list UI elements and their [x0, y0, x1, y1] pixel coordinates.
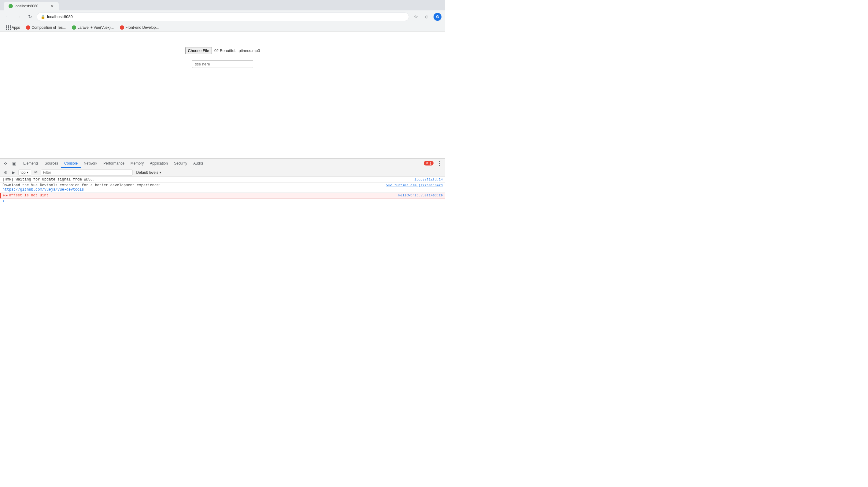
- console-line-error: ⊗ ▶ offset is not uint HelloWorld.vue?14…: [0, 193, 445, 199]
- reload-button[interactable]: ↻: [26, 12, 34, 21]
- devtools-inspect-icon[interactable]: ⊹: [2, 160, 9, 167]
- tab-close-icon[interactable]: ✕: [51, 4, 54, 8]
- devtools-panel: ⊹ ▣ Elements Sources Console Network Per…: [0, 158, 445, 243]
- log-level-arrow: ▼: [159, 171, 162, 174]
- console-line-hmr: [HMR] Waiting for update signal from WDS…: [0, 177, 445, 183]
- lock-icon: 🔒: [41, 15, 45, 19]
- devtools-tab-console[interactable]: Console: [61, 159, 81, 168]
- bookmark-star-button[interactable]: ☆: [411, 12, 420, 21]
- console-clear-button[interactable]: ⊘: [2, 170, 8, 176]
- forward-button[interactable]: →: [15, 12, 23, 21]
- bookmark-frontend[interactable]: Front-end Develop...: [117, 25, 161, 30]
- tab-favicon: [8, 4, 13, 8]
- bookmark-label-1: Composition of Tes...: [31, 25, 66, 30]
- profile-avatar[interactable]: G: [434, 13, 441, 21]
- choose-file-button[interactable]: Choose File: [185, 47, 212, 54]
- devtools-tabs-bar: ⊹ ▣ Elements Sources Console Network Per…: [0, 158, 445, 168]
- error-count: 1: [430, 161, 431, 165]
- title-input-row: [192, 60, 253, 68]
- console-msg-error: offset is not uint: [9, 193, 398, 197]
- apps-grid-icon: [6, 25, 10, 30]
- page-content: Choose File 02 Beautiful...ptiness.mp3: [0, 32, 445, 158]
- bookmark-label-3: Front-end Develop...: [125, 25, 159, 30]
- error-icon: ⊗: [3, 193, 5, 197]
- eye-toggle-button[interactable]: 👁: [33, 170, 39, 176]
- console-source-vue[interactable]: vue.runtime.esm.js?2b0e:8423: [386, 184, 443, 187]
- tab-title: localhost:8080: [15, 4, 38, 8]
- apps-label: Apps: [11, 25, 20, 30]
- devtools-tab-network[interactable]: Network: [81, 159, 100, 168]
- bookmark-favicon-2: [72, 25, 76, 30]
- devtools-tab-sources[interactable]: Sources: [41, 159, 61, 168]
- bookmark-favicon-1: [26, 25, 30, 30]
- address-bar: ← → ↻ 🔒 localhost:8080 ☆ ⊙ G: [0, 10, 445, 23]
- devtools-more-button[interactable]: ⋮: [436, 160, 443, 167]
- vue-devtools-link[interactable]: https://github.com/vuejs/vue-devtools: [2, 187, 84, 192]
- error-x-icon: ✕: [426, 161, 429, 165]
- title-input[interactable]: [192, 60, 253, 68]
- error-count-badge: ✕ 1: [424, 161, 434, 165]
- browser-chrome: localhost:8080 ✕ ← → ↻ 🔒 localhost:8080 …: [0, 0, 445, 243]
- console-expand-button[interactable]: ▶: [10, 170, 17, 176]
- bookmark-laravel[interactable]: Laravel + Vue(Vuex)...: [69, 25, 116, 30]
- error-expand-arrow[interactable]: ▶: [6, 193, 8, 197]
- devtools-tab-elements[interactable]: Elements: [20, 159, 41, 168]
- bookmark-label-2: Laravel + Vue(Vuex)...: [78, 25, 114, 30]
- apps-bookmark[interactable]: Apps: [4, 25, 22, 30]
- active-tab[interactable]: localhost:8080 ✕: [4, 2, 59, 10]
- context-dropdown-arrow: ▼: [26, 171, 29, 174]
- console-toolbar: ⊘ ▶ top ▼ 👁 Default levels ▼: [0, 168, 445, 177]
- console-msg-vue: Download the Vue Devtools extension for …: [2, 183, 386, 187]
- devtools-tab-memory[interactable]: Memory: [127, 159, 147, 168]
- bookmark-favicon-3: [120, 25, 124, 30]
- console-line-vue: Download the Vue Devtools extension for …: [0, 183, 445, 193]
- file-name-display: 02 Beautiful...ptiness.mp3: [214, 48, 260, 53]
- url-bar[interactable]: 🔒 localhost:8080: [37, 12, 409, 21]
- devtools-tab-security[interactable]: Security: [171, 159, 190, 168]
- url-text: localhost:8080: [47, 14, 73, 19]
- console-source-error[interactable]: HelloWorld.vue?140d:29: [398, 194, 443, 197]
- log-level-value: Default levels: [136, 171, 158, 175]
- bookmark-composition[interactable]: Composition of Tes...: [24, 25, 68, 30]
- log-level-dropdown[interactable]: Default levels ▼: [134, 170, 163, 176]
- console-filter-input[interactable]: [41, 170, 133, 176]
- bookmarks-bar: Apps Composition of Tes... Laravel + Vue…: [0, 23, 445, 32]
- devtools-tab-application[interactable]: Application: [147, 159, 171, 168]
- devtools-tab-performance[interactable]: Performance: [100, 159, 127, 168]
- console-source-hmr[interactable]: log.js?1afd:24: [414, 178, 443, 181]
- console-msg-hmr: [HMR] Waiting for update signal from WDS…: [2, 177, 414, 182]
- context-value: top: [21, 171, 26, 175]
- devtools-right-controls: ✕ 1 ⋮: [424, 160, 443, 167]
- console-prompt-line[interactable]: ›: [0, 199, 445, 204]
- back-button[interactable]: ←: [4, 12, 12, 21]
- tab-bar: localhost:8080 ✕: [0, 0, 445, 10]
- devtools-responsive-icon[interactable]: ▣: [10, 160, 18, 167]
- context-dropdown[interactable]: top ▼: [18, 170, 31, 176]
- devtools-tab-audits[interactable]: Audits: [190, 159, 206, 168]
- screenshot-button[interactable]: ⊙: [423, 12, 431, 21]
- console-output[interactable]: [HMR] Waiting for update signal from WDS…: [0, 177, 445, 243]
- prompt-arrow-icon: ›: [2, 199, 5, 204]
- file-input-row: Choose File 02 Beautiful...ptiness.mp3: [185, 47, 260, 54]
